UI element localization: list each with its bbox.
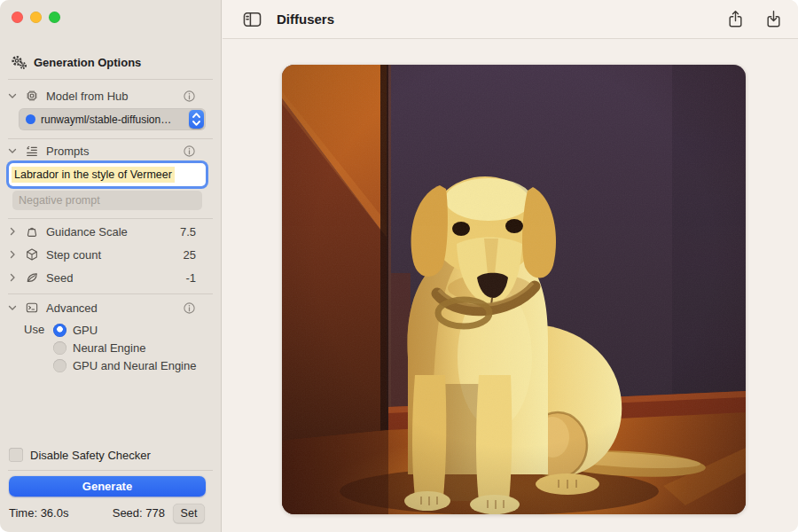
set-seed-button[interactable]: Set <box>173 504 205 523</box>
chevron-down-icon[interactable] <box>7 145 18 156</box>
radio-option-gpu-and-neural-engine[interactable]: GPU and Neural Engine <box>53 357 221 373</box>
generate-button[interactable]: Generate <box>9 476 206 497</box>
main-area: Diffusers <box>223 0 798 532</box>
close-button[interactable] <box>12 12 23 23</box>
param-label: Guidance Scale <box>46 225 128 239</box>
radio-option-gpu[interactable]: GPU <box>53 322 221 338</box>
model-dropdown-value: runwayml/stable-diffusion… <box>41 113 189 126</box>
status-time: Time: 36.0s <box>9 506 68 520</box>
chevron-down-icon[interactable] <box>7 90 18 101</box>
model-section-label: Model from Hub <box>46 90 128 103</box>
param-value: 25 <box>184 248 196 262</box>
radio-option-neural-engine[interactable]: Neural Engine <box>53 340 221 356</box>
prompt-input[interactable]: Labrador in the style of Vermeer <box>9 163 206 186</box>
chevron-right-icon[interactable] <box>7 272 18 283</box>
cube-icon <box>25 247 39 262</box>
page-title: Diffusers <box>277 12 334 27</box>
sidebar-header-label: Generation Options <box>34 56 141 69</box>
sidebar-toggle-icon[interactable] <box>242 11 262 28</box>
info-icon[interactable] <box>183 301 196 315</box>
model-dropdown[interactable]: runwayml/stable-diffusion… <box>19 108 206 130</box>
radio-icon[interactable] <box>53 359 66 372</box>
divider <box>8 470 213 471</box>
param-row-seed[interactable]: Seed -1 <box>7 269 196 286</box>
window-controls <box>12 12 60 23</box>
param-row-step-count[interactable]: Step count 25 <box>7 246 196 263</box>
param-value: 7.5 <box>180 225 196 239</box>
divider <box>8 218 213 219</box>
chevron-down-icon[interactable] <box>7 302 18 313</box>
terminal-icon <box>25 301 39 315</box>
radio-label: Neural Engine <box>73 341 145 355</box>
sidebar-header: Generation Options <box>11 55 141 70</box>
section-advanced[interactable]: Advanced <box>7 299 196 317</box>
scale-weight-icon <box>25 224 39 239</box>
gears-icon <box>11 55 27 70</box>
generated-image-labrador-painting[interactable] <box>282 65 746 514</box>
minimize-button[interactable] <box>30 12 42 23</box>
app-window: Generation Options Model from Hub runway… <box>0 0 798 532</box>
divider <box>8 293 213 294</box>
model-status-dot <box>26 114 35 124</box>
param-value: -1 <box>185 271 196 285</box>
section-model-from-hub[interactable]: Model from Hub <box>7 87 196 105</box>
use-label: Use <box>24 323 44 336</box>
checkbox-icon[interactable] <box>9 448 23 462</box>
negative-prompt-input[interactable] <box>12 191 202 210</box>
leaf-icon <box>25 270 39 285</box>
advanced-section-label: Advanced <box>46 301 98 315</box>
safety-checker-label: Disable Safety Checker <box>30 449 151 462</box>
prompts-section-label: Prompts <box>46 145 89 158</box>
image-canvas <box>223 40 798 532</box>
chevron-right-icon[interactable] <box>7 249 18 260</box>
titlebar: Diffusers <box>223 0 798 39</box>
status-seed: Seed: 778 <box>113 506 165 520</box>
info-icon[interactable] <box>183 90 196 103</box>
param-label: Seed <box>46 271 73 285</box>
divider <box>8 79 213 80</box>
divider <box>8 138 213 139</box>
chevron-right-icon[interactable] <box>7 226 18 237</box>
safety-checker-row[interactable]: Disable Safety Checker <box>9 448 151 462</box>
param-row-guidance-scale[interactable]: Guidance Scale 7.5 <box>7 223 196 240</box>
radio-label: GPU <box>73 324 98 337</box>
zoom-button[interactable] <box>49 12 60 23</box>
download-icon[interactable] <box>765 9 782 29</box>
info-icon[interactable] <box>183 145 196 158</box>
section-prompts[interactable]: Prompts <box>7 142 196 160</box>
chip-icon <box>25 89 39 103</box>
radio-label: GPU and Neural Engine <box>73 359 196 372</box>
sidebar: Generation Options Model from Hub runway… <box>0 0 222 532</box>
text-quote-icon <box>25 144 39 158</box>
param-label: Step count <box>46 248 101 262</box>
prompt-text: Labrador in the style of Vermeer <box>12 167 175 183</box>
radio-icon[interactable] <box>53 341 66 355</box>
share-icon[interactable] <box>727 9 744 29</box>
dropdown-stepper-icon[interactable] <box>189 110 204 129</box>
radio-selected-icon[interactable] <box>53 324 66 337</box>
